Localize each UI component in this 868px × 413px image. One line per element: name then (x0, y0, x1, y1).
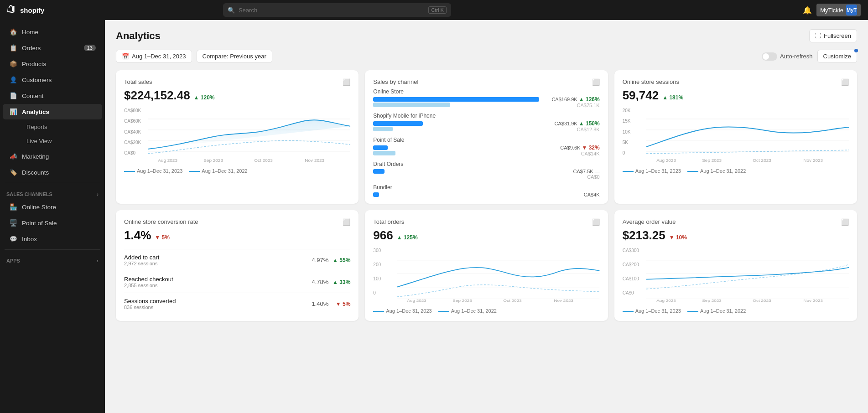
notification-button[interactable]: 🔔 (803, 6, 812, 15)
y-labels: CA$80K CA$60K CA$40K CA$20K CA$0 (124, 108, 147, 155)
store-name: MyTickie (820, 7, 843, 14)
value-text: $213.25 (623, 228, 665, 243)
topbar-right: 🔔 MyTickie MyT (803, 4, 861, 16)
channel-name: Point of Sale (373, 137, 599, 143)
card-title: Average order value (623, 218, 676, 225)
conv-change: ▲ 33% (332, 279, 350, 285)
auto-refresh-toggle: Auto-refresh (762, 52, 813, 61)
conv-label: Sessions converted 836 sessions (124, 298, 302, 310)
svg-text:Oct 2023: Oct 2023 (753, 299, 771, 303)
apps-expand-icon[interactable]: › (97, 258, 99, 263)
sidebar-item-content[interactable]: 📄 Content (3, 88, 102, 103)
search-bar[interactable]: 🔍 Ctrl K (223, 3, 451, 17)
sidebar-item-analytics[interactable]: 📊 Analytics (3, 104, 102, 119)
sidebar-item-inbox[interactable]: 💬 Inbox (3, 231, 102, 247)
sidebar-item-discounts[interactable]: 🏷️ Discounts (3, 165, 102, 180)
logo-text: shopify (20, 6, 44, 14)
conv-label-sub: 2,855 sessions (124, 283, 302, 288)
auto-refresh-thumb (763, 53, 769, 60)
card-title: Sales by channel (373, 78, 418, 85)
apps-section: Apps › (0, 253, 105, 265)
sidebar-item-point-of-sale[interactable]: 🖥️ Point of Sale (3, 215, 102, 231)
sidebar-item-label: Products (22, 61, 46, 67)
conv-table: Added to cart 2,972 sessions 4.97% ▲ 55%… (124, 249, 350, 315)
conv-change: ▲ 55% (332, 257, 350, 263)
sidebar-item-live-view[interactable]: Live View (20, 134, 102, 148)
total-sales-card: Total sales ⬜ $224,152.48 ▲ 120% CA$80K … (116, 70, 359, 204)
sidebar-item-products[interactable]: 📦 Products (3, 56, 102, 72)
auto-refresh-label: Auto-refresh (780, 53, 813, 60)
card-value: $213.25 ▼ 10% (623, 228, 849, 243)
card-header: Total sales ⬜ (124, 78, 350, 86)
channel-name: Online Store (373, 88, 599, 95)
compare-button[interactable]: Compare: Previous year (197, 50, 272, 63)
legend-current: Aug 1–Dec 31, 2023 (373, 308, 431, 314)
discounts-icon: 🏷️ (9, 168, 17, 176)
date-range-button[interactable]: 📅 Aug 1–Dec 31, 2023 (116, 50, 192, 63)
sidebar-divider-2 (5, 249, 100, 250)
sidebar-item-customers[interactable]: 👤 Customers (3, 72, 102, 88)
channel-value: CA$4K (563, 192, 600, 197)
legend-current: Aug 1–Dec 31, 2023 (124, 168, 182, 174)
chart-wrapper: 20K 15K 10K 5K 0 Aug 2023 Se (623, 108, 849, 165)
channel-bar-row: CA$7.5K — CA$0 (373, 169, 599, 180)
app-body: 🏠 Home 📋 Orders 13 📦 Products 👤 Customer… (0, 20, 868, 413)
svg-text:Aug 2023: Aug 2023 (656, 158, 676, 162)
orders-chart: Aug 2023 Sep 2023 Oct 2023 Nov 2023 (397, 248, 599, 303)
card-value: $224,152.48 ▲ 120% (124, 88, 350, 103)
svg-text:Nov 2023: Nov 2023 (554, 299, 574, 303)
conv-pct: 4.78% (306, 279, 328, 285)
pos-icon: 🖥️ (9, 219, 17, 227)
svg-text:Oct 2023: Oct 2023 (753, 158, 771, 162)
channel-value: CA$169.9K ▲ 126% (551, 96, 599, 103)
expand-icon[interactable]: › (97, 191, 99, 197)
auto-refresh-track[interactable] (762, 52, 777, 61)
channel-prev: CA$75.1K (551, 103, 599, 108)
legend-current: Aug 1–Dec 31, 2023 (623, 168, 681, 174)
fullscreen-button[interactable]: ⛶ Fullscreen (809, 29, 857, 42)
total-sales-chart: Aug 2023 Sep 2023 Oct 2023 Nov 2023 (148, 108, 350, 163)
sidebar: 🏠 Home 📋 Orders 13 📦 Products 👤 Customer… (0, 20, 105, 413)
export-icon[interactable]: ⬜ (343, 78, 350, 86)
legend-prev: Aug 1–Dec 31, 2022 (438, 308, 497, 314)
channel-prev: CA$0 (563, 174, 600, 180)
sidebar-item-orders[interactable]: 📋 Orders 13 (3, 40, 102, 56)
filter-bar-right: Auto-refresh Customize (762, 50, 857, 63)
export-icon[interactable]: ⬜ (592, 218, 600, 226)
conv-label-main: Added to cart (124, 254, 302, 261)
card-title: Total sales (124, 78, 152, 85)
channel-bar-row: CA$4K (373, 192, 599, 197)
export-icon[interactable]: ⬜ (841, 218, 849, 226)
online-store-icon: 🏪 (9, 203, 17, 211)
export-icon[interactable]: ⬜ (592, 78, 600, 86)
sidebar-item-label: Analytics (22, 108, 49, 115)
aov-chart: Aug 2023 Sep 2023 Oct 2023 Nov 2023 (646, 248, 849, 303)
orders-badge: 13 (84, 45, 96, 51)
export-icon[interactable]: ⬜ (841, 78, 849, 86)
store-selector[interactable]: MyTickie MyT (816, 4, 861, 16)
fullscreen-icon: ⛶ (815, 32, 821, 39)
sidebar-item-online-store[interactable]: 🏪 Online Store (3, 199, 102, 215)
sidebar-item-home[interactable]: 🏠 Home (3, 24, 102, 40)
conversion-rate-card: Online store conversion rate ⬜ 1.4% ▼ 5%… (116, 210, 359, 321)
card-title: Online store sessions (623, 78, 679, 85)
svg-text:Sep 2023: Sep 2023 (702, 299, 722, 303)
sales-channels-label: Sales channels (6, 191, 52, 197)
export-icon[interactable]: ⬜ (343, 218, 350, 226)
conv-label-sub: 836 sessions (124, 305, 302, 310)
channel-bar-row: CA$169.9K ▲ 126% CA$75.1K (373, 96, 599, 108)
search-input[interactable] (239, 7, 425, 14)
sidebar-item-reports[interactable]: Reports (20, 120, 102, 134)
sales-channels-section: Sales channels › (0, 186, 105, 199)
cards-grid-row1: Total sales ⬜ $224,152.48 ▲ 120% CA$80K … (116, 70, 857, 204)
customize-button[interactable]: Customize (817, 50, 857, 63)
sidebar-item-label: Home (22, 29, 38, 36)
card-header: Online store sessions ⬜ (623, 78, 849, 86)
card-value: 966 ▲ 125% (373, 228, 599, 243)
channel-name: Shopify Mobile for iPhone (373, 113, 599, 119)
y-labels: 300 200 100 0 (373, 248, 396, 295)
svg-text:Oct 2023: Oct 2023 (254, 158, 273, 162)
sidebar-item-marketing[interactable]: 📣 Marketing (3, 149, 102, 164)
products-icon: 📦 (9, 60, 17, 68)
avg-order-value-card: Average order value ⬜ $213.25 ▼ 10% CA$3… (614, 210, 857, 321)
